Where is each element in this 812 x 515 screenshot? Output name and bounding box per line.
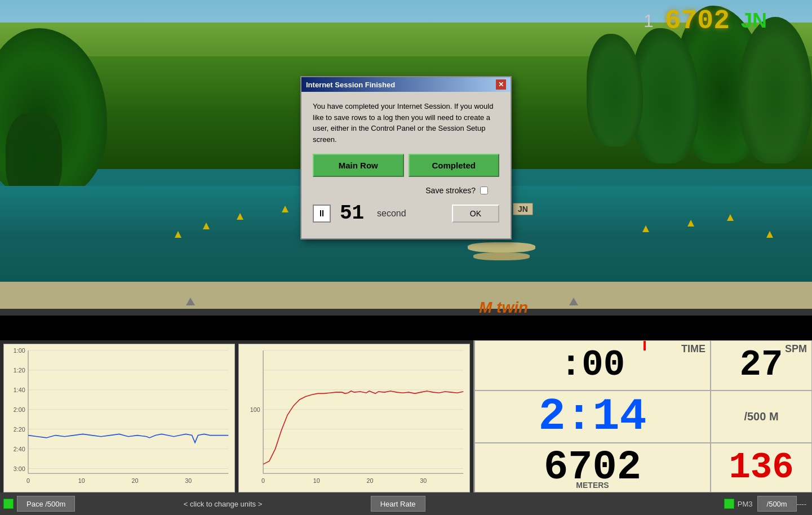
spm-cell: 27 SPM <box>711 340 812 390</box>
dialog-titlebar: Internet Session Finished ✕ <box>301 77 511 92</box>
spm-label: SPM <box>785 343 807 355</box>
svg-text:3:00: 3:00 <box>14 465 25 472</box>
time-value: :00 <box>560 345 625 385</box>
completed-button[interactable]: Completed <box>409 154 500 177</box>
green-indicator-left <box>3 499 14 509</box>
dialog-action-buttons: Main Row Completed <box>313 154 499 177</box>
spm-value: 27 <box>740 345 783 385</box>
dialog-title: Internet Session Finished <box>306 81 395 89</box>
save-strokes-label: Save strokes? <box>425 186 476 195</box>
svg-text:1:00: 1:00 <box>14 347 25 354</box>
dialog-message: You have completed your Internet Session… <box>313 101 499 145</box>
svg-text:0: 0 <box>261 477 265 484</box>
dialog-second-label: second <box>377 208 406 219</box>
time-cell: :00 TIME <box>474 340 711 390</box>
heart-cell: 136 <box>711 443 812 493</box>
time-label: TIME <box>681 343 705 355</box>
slash500m-button[interactable]: /500m <box>757 496 797 512</box>
pm3-label: PM3 <box>738 500 753 508</box>
pace-cell: 2:14 <box>474 390 711 443</box>
dialog: Internet Session Finished ✕ You have com… <box>300 76 512 239</box>
pace-unit-cell: /500 M <box>711 390 812 443</box>
svg-text:0: 0 <box>26 477 30 484</box>
main-row-button[interactable]: Main Row <box>313 154 404 177</box>
svg-rect-21 <box>239 344 469 492</box>
svg-text:100: 100 <box>250 406 260 413</box>
bottom-bar: Pace /500m < click to change units > Hea… <box>0 492 812 515</box>
svg-text:10: 10 <box>78 477 85 484</box>
svg-text:30: 30 <box>185 477 192 484</box>
dialog-counter: 51 <box>340 202 368 225</box>
svg-text:1:40: 1:40 <box>14 387 25 393</box>
dialog-body: You have completed your Internet Session… <box>301 92 511 238</box>
ok-button[interactable]: OK <box>452 205 499 223</box>
svg-text:2:40: 2:40 <box>14 446 25 452</box>
svg-text:2:20: 2:20 <box>14 426 25 433</box>
dialog-overlay: Internet Session Finished ✕ You have com… <box>0 0 812 316</box>
svg-text:10: 10 <box>313 477 320 484</box>
pace-500m-button[interactable]: Pace /500m <box>17 496 75 512</box>
green-indicator-pm3 <box>724 499 734 509</box>
dialog-bottom-row: ⏸ 51 second OK <box>313 202 499 229</box>
pause-button[interactable]: ⏸ <box>313 205 331 223</box>
dialog-close-button[interactable]: ✕ <box>496 79 506 90</box>
meters-label: METERS <box>576 481 609 490</box>
heart-value: 136 <box>729 447 793 488</box>
click-change-units-text: < click to change units > <box>75 500 370 508</box>
meters-cell: 6702 METERS <box>474 443 711 493</box>
pace-unit: /500 M <box>744 410 778 423</box>
pace-graph: 1:00 1:20 1:40 2:00 2:20 2:40 3:00 0 10 … <box>3 344 235 492</box>
save-strokes-checkbox[interactable] <box>480 187 488 194</box>
pace-value: 2:14 <box>538 391 646 442</box>
svg-text:2:00: 2:00 <box>14 406 25 413</box>
svg-text:1:20: 1:20 <box>14 367 25 374</box>
stats-panel: 1:00 1:20 1:40 2:00 2:20 2:40 3:00 0 10 … <box>0 340 812 515</box>
svg-text:20: 20 <box>132 477 139 484</box>
svg-text:20: 20 <box>367 477 374 484</box>
svg-rect-0 <box>4 344 234 492</box>
save-strokes-row: Save strokes? <box>313 186 499 195</box>
right-stats-panel: :00 TIME 27 SPM 2:14 /500 M 6702 METERS … <box>473 340 812 492</box>
heart-rate-button[interactable]: Heart Rate <box>371 496 425 512</box>
pause-icon: ⏸ <box>317 208 326 219</box>
dashes: ---- <box>797 500 812 508</box>
heart-rate-graph: 100 0 10 20 30 <box>238 344 470 492</box>
svg-text:30: 30 <box>420 477 427 484</box>
